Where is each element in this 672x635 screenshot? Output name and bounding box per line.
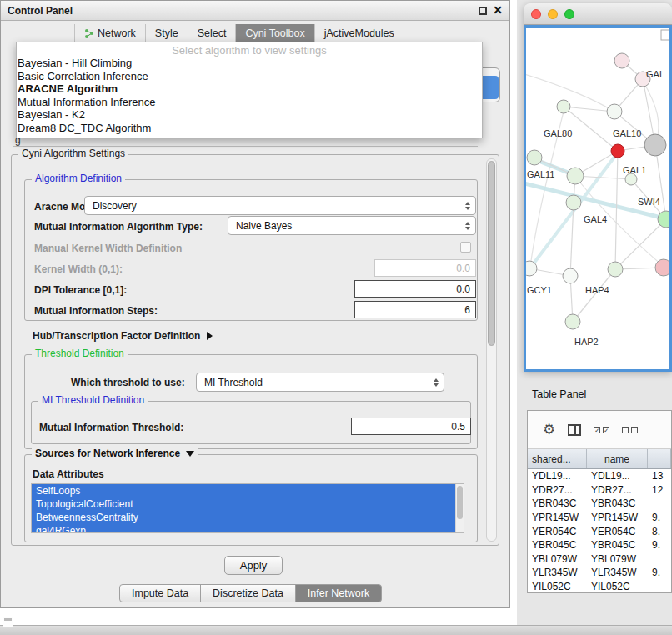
manual-kernel-checkbox[interactable] [460,242,471,252]
network-node[interactable] [611,144,624,158]
birdseye-box [661,30,669,40]
bottom-tab-discretize-data[interactable]: Discretize Data [200,584,296,602]
network-node[interactable] [527,150,542,165]
column-header[interactable]: name [587,449,648,468]
table-row[interactable]: YPR145WYPR145W9. [528,511,671,525]
data-attributes-list[interactable]: SelfLoops TopologicalCoefficient Between… [31,483,464,533]
combo-stepper-icon [465,222,470,230]
settings-scrollbar[interactable] [486,158,497,542]
hub-definition-expander[interactable]: Hub/Transcription Factor Definition [33,330,213,342]
network-node[interactable] [566,195,581,210]
columns-icon[interactable] [568,424,581,436]
table-row[interactable]: YBR045CYBR045C9. [528,538,671,552]
dpi-tolerance-value: 0.0 [456,283,470,295]
mi-type-value: Naive Bayes [236,220,292,232]
algorithm-popup-item[interactable]: ARACNE Algorithm [17,82,482,96]
network-node[interactable] [644,134,666,156]
control-panel-titlebar[interactable]: Control Panel ✕ [1,1,509,21]
algorithm-popup-item[interactable]: Mutual Information Inference [17,96,482,109]
tab-style[interactable]: Style [146,24,188,42]
select-all-icon[interactable]: ✓✓ [594,427,609,433]
list-item[interactable]: gal4RGexp [32,524,455,533]
network-canvas[interactable]: GALGAL80GAL10GAL11GAL1SWI4GAL4GCY1HAP4HA… [524,25,672,372]
deselect-all-icon[interactable] [622,427,638,433]
network-node[interactable] [655,259,669,276]
minimize-traffic-light[interactable] [548,9,558,19]
aracne-mode-combo[interactable]: Discovery [84,196,476,215]
mi-steps-label: Mutual Information Steps: [34,305,158,317]
table-panel-title: Table Panel [532,388,586,400]
network-node[interactable] [608,262,623,277]
table-row[interactable]: YDR27...YDR27...12 [528,483,671,498]
list-item[interactable]: TopologicalCoefficient [32,498,455,511]
table-toolbar: ⚙ ✓✓ [528,411,671,449]
mi-threshold-field[interactable]: 0.5 [351,418,471,435]
table-row[interactable]: YLR345WYLR345W9. [528,566,671,580]
which-threshold-value: MI Threshold [204,377,263,388]
mi-threshold-label: Mutual Information Threshold: [39,422,183,433]
data-attributes-label: Data Attributes [33,468,104,480]
bottom-tab-infer-network[interactable]: Infer Network [295,584,382,602]
bottom-tab-impute-data[interactable]: Impute Data [119,584,201,602]
algorithm-popup-item[interactable]: Dream8 DC_TDC Algorithm [17,122,482,135]
table-row[interactable]: YER054CYER054C8. [528,524,671,538]
tab-network[interactable]: Network [74,24,146,42]
dpi-tolerance-field[interactable]: 0.0 [354,280,476,298]
apply-button[interactable]: Apply [224,556,283,575]
tab-label: Network [98,24,136,42]
close-traffic-light[interactable] [531,9,541,19]
network-node[interactable] [614,53,629,68]
tab-select[interactable]: Select [188,24,237,42]
network-edge [615,151,618,269]
table-row[interactable]: YDL19...YDL19...13 [528,469,671,483]
network-node[interactable] [625,173,637,185]
floating-window-icon[interactable] [3,617,13,628]
table-row[interactable]: YBR043CYBR043C [528,497,671,511]
kernel-width-field[interactable]: 0.0 [374,259,476,277]
gear-icon[interactable]: ⚙ [543,422,555,437]
sources-group-title[interactable]: Sources for Network Inference [32,448,198,459]
mi-type-combo[interactable]: Naive Bayes [228,216,476,235]
table-row[interactable]: YIL052CYIL052C [528,580,671,593]
network-node[interactable] [557,100,570,113]
tab-jactivemodules[interactable]: jActiveModules [315,24,404,42]
algorithm-popup-item[interactable]: Bayesian - Hill Climbing [17,57,482,70]
network-node[interactable] [526,261,537,276]
zoom-traffic-light[interactable] [564,9,574,19]
network-node[interactable] [607,104,622,119]
kernel-width-value: 0.0 [456,262,470,274]
tab-label: Cyni Toolbox [245,24,304,42]
list-item[interactable]: BetweennessCentrality [32,511,455,524]
column-header[interactable] [648,449,671,468]
mi-steps-field[interactable]: 6 [354,301,476,318]
network-tab-icon [84,28,94,38]
column-header[interactable]: shared... [528,449,587,468]
settings-group-title: Cyni Algorithm Settings [18,148,128,159]
dpi-tolerance-label: DPI Tolerance [0,1]: [34,284,127,296]
network-node[interactable] [567,168,584,184]
tab-cyni-toolbox[interactable]: Cyni Toolbox [236,24,314,42]
algorithm-popup-item[interactable]: Bayesian - K2 [17,108,482,122]
list-item[interactable]: SelfLoops [32,484,455,498]
table-row[interactable]: YBL079WYBL079W [528,552,671,567]
close-icon[interactable]: ✕ [493,3,503,17]
float-window-icon[interactable] [479,7,487,15]
list-scrollbar[interactable] [455,484,464,532]
which-threshold-combo[interactable]: MI Threshold [196,372,444,392]
bottom-status-strip [0,625,672,635]
mi-type-label: Mutual Information Algorithm Type: [34,221,203,232]
settings-scrollbar-thumb[interactable] [488,161,495,346]
which-threshold-label: Which threshold to use: [71,377,185,388]
combo-stepper-icon [465,202,470,210]
mi-threshold-group-title: MI Threshold Definition [38,394,148,406]
network-node-label: GAL4 [584,214,607,224]
algorithm-popup-item[interactable]: Basic Correlation Inference [17,70,482,83]
network-node-label: GAL1 [623,165,646,175]
network-node[interactable] [565,314,580,329]
network-node[interactable] [563,268,578,283]
control-panel-window: Control Panel ✕ Network Style Select Cyn… [0,0,510,608]
network-view-window: GALGAL80GAL10GAL11GAL1SWI4GAL4GCY1HAP4HA… [524,3,672,372]
network-window-titlebar[interactable] [524,3,672,25]
algorithm-dropdown-popup: Select algorithm to view settings Bayesi… [16,42,483,138]
list-scrollbar-thumb[interactable] [457,486,463,519]
